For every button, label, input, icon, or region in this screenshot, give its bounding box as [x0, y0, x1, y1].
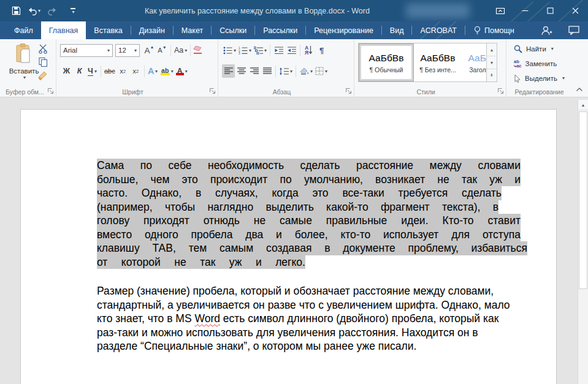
paragraph-dialog-launcher[interactable] [345, 88, 352, 94]
copy-icon[interactable] [38, 57, 48, 67]
font-dialog-launcher[interactable] [209, 88, 216, 94]
paste-dropdown-caret[interactable]: ▾ [23, 75, 26, 80]
find-caret[interactable]: ▾ [551, 46, 554, 51]
styles-dialog-launcher[interactable] [497, 88, 504, 94]
show-paragraph-marks-button[interactable]: ¶ [315, 43, 328, 57]
selected-text-line[interactable]: головуприходятотнюдьнесамыеправильныеиде… [97, 214, 521, 228]
bullets-caret[interactable]: ▾ [234, 48, 236, 53]
tab-file[interactable]: Файл [6, 21, 41, 39]
vertical-scrollbar[interactable]: ▲ [578, 100, 588, 384]
select-caret[interactable]: ▾ [562, 75, 565, 81]
ribbon-display-options-button[interactable] [487, 0, 513, 21]
tab-review[interactable]: Рецензирование [306, 21, 381, 39]
font-color-button[interactable]: А ▾ [175, 64, 189, 78]
multilevel-list-button[interactable]: ▾ [253, 43, 268, 57]
strikethrough-button[interactable]: abc [103, 64, 116, 78]
redo-button[interactable] [45, 3, 59, 19]
numbering-button[interactable]: 123 ▾ [237, 43, 253, 57]
multilevel-list-caret[interactable]: ▾ [264, 48, 267, 53]
styles-more-button[interactable]: ⇟ [487, 69, 497, 81]
shrink-font-button[interactable]: А ▼ [156, 43, 169, 57]
maximize-button[interactable] [538, 0, 563, 21]
tab-layout[interactable]: Макет [174, 21, 211, 39]
line-spacing-caret[interactable]: ▾ [290, 69, 292, 74]
find-button[interactable]: Найти ▾ [514, 43, 565, 54]
font-name-combo[interactable]: Arial ▾ [60, 44, 113, 57]
increase-indent-button[interactable] [285, 43, 298, 57]
styles-scroll-down-button[interactable]: ▼ [487, 56, 497, 69]
borders-caret[interactable]: ▾ [325, 69, 327, 74]
align-left-button[interactable] [222, 64, 235, 78]
selected-text-line[interactable]: часто.Однако,вслучаях,когдаэтовсе-такитр… [97, 186, 502, 200]
selected-paragraph[interactable]: Самапосебенеобходимостьсделатьрасстояние… [97, 159, 527, 269]
bold-button[interactable]: Ж [60, 64, 73, 78]
font-color-caret[interactable]: ▾ [185, 69, 188, 74]
minimize-button[interactable] [513, 0, 538, 21]
font-size-combo[interactable]: 12 ▾ [115, 44, 140, 57]
tab-tell-me[interactable]: Помощн [465, 21, 522, 39]
text-line[interactable]: стандартный, а увеличивается он разве чт… [97, 298, 510, 312]
tab-insert[interactable]: Вставка [86, 21, 130, 39]
select-button[interactable]: Выделить ▾ [514, 73, 565, 83]
change-case-button[interactable]: Aa ▾ [173, 43, 188, 57]
grow-font-button[interactable]: А ▲ [143, 43, 156, 57]
text-line[interactable]: разделе “Специальные знаки”, о котором м… [97, 339, 510, 353]
clipboard-dialog-launcher[interactable] [47, 88, 54, 94]
styles-scroll-up-button[interactable]: ▲ [487, 43, 497, 56]
comments-icon[interactable] [568, 26, 579, 35]
tab-acrobat[interactable]: ACROBAT [412, 21, 465, 39]
selected-text-line[interactable]: больше,чемэтопроисходитпоумолчанию,возни… [97, 173, 521, 187]
superscript-button[interactable]: x2 [129, 64, 142, 78]
paste-button[interactable]: Вставить ▾ [6, 43, 42, 91]
subscript-button[interactable]: x2 [116, 64, 129, 78]
collapse-ribbon-button[interactable] [576, 87, 583, 92]
text-effects-caret[interactable]: ▾ [155, 69, 158, 74]
numbering-caret[interactable]: ▾ [249, 48, 251, 53]
scrollbar-thumb[interactable] [579, 111, 587, 289]
second-paragraph[interactable]: Размер (значение) пробела, который и обо… [97, 284, 510, 353]
text-effects-button[interactable]: А ▾ [147, 64, 159, 78]
customize-qat-button[interactable]: ▾ [66, 3, 80, 19]
document-page[interactable]: Самапосебенеобходимостьсделатьрасстояние… [20, 109, 557, 384]
style-card-no-spacing[interactable]: АаБбВв ¶ Без инте... [414, 43, 462, 81]
format-painter-icon[interactable] [38, 70, 48, 81]
underline-button[interactable]: Ч ▾ [86, 64, 99, 78]
shading-caret[interactable]: ▾ [310, 69, 313, 74]
replace-button[interactable]: ab⤷ac Заменить [514, 58, 565, 69]
style-card-heading1[interactable]: АаБбВв Заголово... [462, 43, 486, 81]
justify-button[interactable] [261, 64, 273, 78]
align-right-button[interactable] [248, 64, 261, 78]
save-button[interactable] [9, 3, 23, 19]
decrease-indent-button[interactable] [272, 43, 285, 57]
bullets-button[interactable]: ▾ [222, 43, 237, 57]
selected-text-line[interactable]: (например,чтобынаглядновыделитькакой-тоф… [97, 200, 498, 214]
highlight-color-button[interactable]: ab ▾ [159, 64, 175, 78]
tab-design[interactable]: Дизайн [131, 21, 173, 39]
close-button[interactable] [563, 0, 588, 21]
line-spacing-button[interactable]: ▾ [278, 64, 294, 78]
selected-text-line[interactable]: Самапосебенеобходимостьсделатьрасстояние… [97, 159, 521, 173]
highlight-caret[interactable]: ▾ [171, 69, 174, 74]
selected-text-line[interactable]: клавишуТАВ,темсамымсоздаваявдокументепро… [97, 241, 527, 255]
clear-formatting-icon[interactable] [193, 46, 203, 55]
sort-button[interactable]: А Я [302, 43, 315, 57]
text-line[interactable]: кто знает, что в MS Word есть символ дли… [97, 312, 510, 326]
text-line[interactable]: раз-таки и можно использовать для увелич… [97, 326, 510, 340]
selected-text-line[interactable]: вместоодногопробеладваиболее,кто-тоиспол… [97, 228, 521, 242]
selected-text-line[interactable]: откоторойнетакужилегко. [97, 255, 305, 269]
underline-caret[interactable]: ▾ [94, 69, 97, 74]
shading-button[interactable]: ▾ [298, 64, 314, 78]
align-center-button[interactable] [235, 64, 248, 78]
share-person-icon[interactable] [541, 26, 552, 36]
tab-references[interactable]: Ссылки [212, 21, 254, 39]
undo-dropdown-caret[interactable]: ▾ [38, 8, 40, 13]
undo-button[interactable]: ▾ [26, 3, 42, 19]
italic-button[interactable]: К [73, 64, 86, 78]
tab-view[interactable]: Вид [382, 21, 412, 39]
scroll-up-button[interactable]: ▲ [578, 100, 588, 110]
borders-button[interactable]: ▾ [314, 64, 329, 78]
cut-icon[interactable] [38, 44, 48, 54]
text-line[interactable]: Размер (значение) пробела, который и обо… [97, 284, 510, 298]
tab-mailings[interactable]: Рассылки [255, 21, 305, 39]
tab-home[interactable]: Главная [41, 21, 86, 39]
